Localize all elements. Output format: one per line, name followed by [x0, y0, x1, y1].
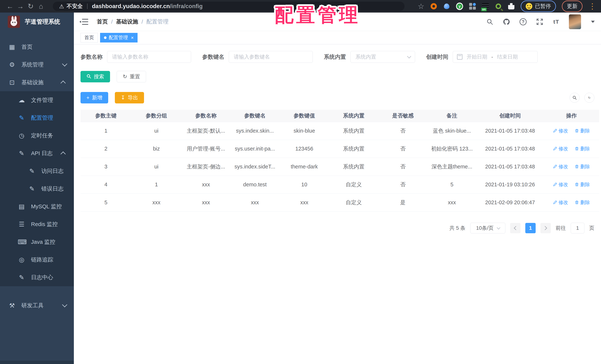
sidebar-logo-row[interactable]: 芋道管理系统 [0, 12, 74, 31]
browser-menu-kebab-icon[interactable]: ⋮ [589, 2, 596, 10]
reset-button-label: 重置 [130, 73, 140, 80]
cell-remark: 深色主题theme... [427, 158, 476, 176]
tab-home[interactable]: 首页 [80, 33, 98, 42]
builtin-select[interactable]: 系统内置 [351, 51, 415, 63]
bookmark-star-icon[interactable]: ☆ [418, 2, 424, 10]
avatar-caret-down-icon[interactable] [591, 21, 595, 23]
browser-back-icon[interactable]: ← [5, 2, 15, 10]
close-icon[interactable]: × [131, 35, 134, 40]
export-button[interactable]: ↧ 导出 [115, 92, 144, 103]
extension-magnifier-icon[interactable] [495, 3, 502, 10]
sidebar-item-java-monitor[interactable]: ⌨ Java 监控 [0, 233, 74, 251]
next-page-button[interactable] [541, 223, 551, 233]
extension-orange-icon[interactable] [430, 3, 437, 10]
delete-link[interactable]: 删除 [575, 128, 590, 134]
prev-page-button[interactable] [510, 223, 521, 233]
sidebar-item-config-management[interactable]: ✎ 配置管理 [0, 109, 74, 127]
delete-link[interactable]: 删除 [575, 199, 590, 206]
edit-square-icon: ✎ [18, 114, 25, 121]
search-button[interactable]: 搜索 [80, 71, 110, 82]
sidebar-item-infrastructure[interactable]: ⊡ 基础设施 [0, 73, 74, 91]
cell-builtin: 自定义 [329, 193, 378, 212]
main-area: 首页 / 基础设施 / 配置管理 ? [74, 12, 601, 364]
sidebar-item-file-management[interactable]: ☁ 文件管理 [0, 91, 74, 109]
param-name-input[interactable] [107, 51, 191, 63]
param-key-input[interactable] [229, 51, 313, 63]
sidebar-item-error-logs[interactable]: ✎ 错误日志 [0, 180, 74, 198]
clock-icon: ◷ [18, 132, 25, 139]
github-icon[interactable] [502, 18, 511, 26]
sidebar-item-mysql-monitor[interactable]: ▤ MySQL 监控 [0, 198, 74, 215]
table-row: 4 1 xxx demo.test 10 自定义 否 5 2021-01-19 … [80, 176, 599, 193]
sidebar: 芋道管理系统 ▦ 首页 ⚙ 系统管理 ⊡ 基础设施 ☁ 文件管理 [0, 12, 74, 364]
help-icon[interactable]: ? [519, 18, 527, 26]
cell-id: 5 [80, 193, 131, 212]
extension-pin-icon[interactable] [443, 3, 450, 10]
search-icon[interactable] [486, 18, 494, 26]
extension-green-y-icon[interactable]: y [456, 3, 463, 10]
sidebar-item-label: 配置管理 [31, 114, 53, 122]
sidebar-collapse-icon[interactable] [80, 19, 88, 25]
reset-button[interactable]: ↻ 重置 [117, 71, 146, 82]
sidebar-item-label: MySQL 监控 [31, 203, 62, 210]
table-row: 5 xxx xxx xxx xxx 自定义 是 xxx 2021-02-09 2… [80, 193, 599, 212]
delete-link[interactable]: 删除 [575, 145, 590, 152]
sidebar-item-scheduled-jobs[interactable]: ◷ 定时任务 [0, 127, 74, 144]
sidebar-item-redis-monitor[interactable]: ☰ Redis 监控 [0, 215, 74, 233]
fullscreen-icon[interactable] [536, 18, 544, 26]
edit-link[interactable]: 修改 [553, 181, 568, 188]
update-button[interactable]: 更新 [562, 0, 582, 12]
breadcrumb-infrastructure[interactable]: 基础设施 [116, 18, 138, 25]
table-row: 3 ui 主框架页-侧边... sys.index.sideT... theme… [80, 158, 599, 176]
breadcrumb-home[interactable]: 首页 [97, 18, 108, 25]
extension-grid-icon[interactable] [469, 3, 476, 10]
edit-link[interactable]: 修改 [553, 163, 568, 170]
chevron-down-icon [62, 302, 67, 307]
current-page-button[interactable]: 1 [525, 223, 536, 233]
paused-pill[interactable]: 已暂停 [521, 0, 556, 12]
sidebar-item-trace[interactable]: ◎ 链路追踪 [0, 251, 74, 269]
browser-forward-icon[interactable]: → [15, 2, 25, 10]
browser-home-icon[interactable]: ⌂ [36, 2, 46, 10]
font-size-icon[interactable]: tT [552, 18, 560, 26]
monitor-icon: ⌨ [18, 238, 25, 246]
refresh-table-button[interactable]: ↻ [584, 93, 594, 103]
sidebar-item-access-logs[interactable]: ✎ 访问日志 [0, 162, 74, 180]
edit-link[interactable]: 修改 [553, 145, 568, 152]
builtin-select-placeholder: 系统内置 [355, 53, 376, 61]
user-avatar[interactable] [569, 14, 581, 29]
toggle-search-button[interactable] [570, 93, 580, 103]
log-icon: ✎ [28, 185, 36, 192]
cell-builtin: 系统内置 [329, 158, 378, 176]
goto-page-input[interactable] [571, 223, 584, 233]
table-header-row: 参数主键 参数分组 参数名称 参数键名 参数键值 系统内置 是否敏感 备注 创建… [80, 110, 599, 122]
tab-config-management[interactable]: 配置管理 × [100, 33, 138, 42]
extensions-puzzle-icon[interactable] [508, 3, 515, 10]
add-button[interactable]: + 新增 [80, 92, 108, 103]
cell-group: xxx [131, 193, 181, 212]
sidebar-item-system-management[interactable]: ⚙ 系统管理 [0, 56, 74, 73]
edit-link[interactable]: 修改 [553, 199, 568, 206]
config-table: 参数主键 参数分组 参数名称 参数键名 参数键值 系统内置 是否敏感 备注 创建… [80, 110, 599, 212]
dashboard-icon: ▦ [8, 43, 16, 51]
chevron-down-icon [497, 226, 501, 229]
sidebar-item-label: 日志中心 [31, 274, 53, 281]
delete-link[interactable]: 删除 [575, 181, 590, 188]
extension-switch-icon[interactable]: on [482, 3, 489, 10]
delete-link[interactable]: 删除 [575, 163, 590, 170]
page-size-select[interactable]: 10条/页 [470, 223, 505, 233]
sidebar-item-log-center[interactable]: ✎ 日志中心 [0, 269, 74, 286]
sidebar-item-api-logs[interactable]: ✎ API 日志 [0, 144, 74, 162]
page-size-value: 10条/页 [476, 224, 494, 232]
date-range-picker[interactable]: 开始日期 - 结束日期 [453, 51, 538, 63]
goto-label: 前往 [556, 224, 566, 232]
download-icon: ↧ [121, 95, 125, 100]
sidebar-item-dev-tools[interactable]: ⚒ 研发工具 [0, 297, 74, 314]
browser-reload-icon[interactable]: ↻ [25, 2, 36, 10]
cell-builtin: 系统内置 [329, 140, 378, 158]
sidebar-item-label: Redis 监控 [31, 221, 58, 228]
cell-key: sys.user.init-pa... [230, 140, 279, 158]
sidebar-item-home[interactable]: ▦ 首页 [0, 38, 74, 56]
edit-link[interactable]: 修改 [553, 128, 568, 134]
layers-icon: ☰ [18, 221, 25, 228]
